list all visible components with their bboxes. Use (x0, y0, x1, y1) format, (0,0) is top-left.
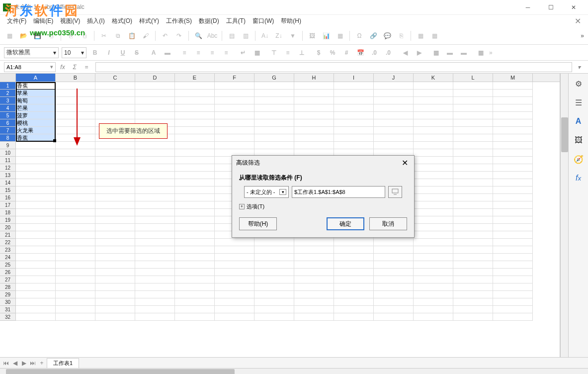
cell-D30[interactable] (135, 298, 175, 306)
cell-F28[interactable] (215, 283, 254, 291)
cell-A26[interactable] (16, 269, 56, 276)
cell-A31[interactable] (16, 306, 56, 313)
cell-C17[interactable] (95, 201, 135, 209)
cell-C22[interactable] (95, 239, 135, 246)
cell-G9[interactable] (254, 142, 294, 149)
cell-E21[interactable] (175, 231, 215, 239)
cell-B31[interactable] (56, 306, 95, 313)
cell-G26[interactable] (254, 269, 294, 276)
row-header-14[interactable]: 14 (0, 179, 16, 187)
row-header-6[interactable]: 6 (0, 119, 16, 127)
function-wizard-icon[interactable]: fx (58, 62, 68, 72)
cell-M24[interactable] (493, 254, 533, 261)
cell-I27[interactable] (334, 276, 374, 283)
cell-B23[interactable] (56, 246, 95, 254)
tab-first-icon[interactable]: ⏮ (2, 359, 10, 367)
cell-B18[interactable] (56, 209, 95, 216)
cell-M29[interactable] (493, 291, 533, 298)
menu-window[interactable]: 窗口(W) (250, 15, 277, 27)
vertical-scroll-thumb[interactable] (561, 117, 568, 152)
formula-input[interactable] (95, 62, 572, 72)
cell-L14[interactable] (453, 179, 493, 187)
cell-F29[interactable] (215, 291, 254, 298)
cell-F31[interactable] (215, 306, 254, 313)
headers-footers-icon[interactable]: ⎘ (396, 30, 407, 41)
cell-C23[interactable] (95, 246, 135, 254)
navigator-icon[interactable]: 🧭 (573, 153, 585, 165)
cell-C9[interactable] (95, 142, 135, 149)
cell-F27[interactable] (215, 276, 254, 283)
cell-E11[interactable] (175, 157, 215, 164)
maximize-button[interactable]: ☐ (539, 0, 562, 15)
cell-F22[interactable] (215, 239, 254, 246)
cell-C31[interactable] (95, 306, 135, 313)
column-header-B[interactable]: B (56, 74, 95, 82)
cell-M28[interactable] (493, 283, 533, 291)
cell-K23[interactable] (414, 246, 453, 254)
cell-M26[interactable] (493, 269, 533, 276)
cell-C4[interactable] (95, 104, 135, 112)
cell-K1[interactable] (414, 82, 453, 90)
cell-B4[interactable] (56, 104, 95, 112)
column-header-M[interactable]: M (493, 74, 533, 82)
cell-M1[interactable] (493, 82, 533, 90)
cell-D18[interactable] (135, 209, 175, 216)
cell-J24[interactable] (374, 254, 414, 261)
cell-K12[interactable] (414, 164, 453, 172)
cell-A16[interactable] (16, 194, 56, 201)
cell-C14[interactable] (95, 179, 135, 187)
cell-C15[interactable] (95, 187, 135, 194)
row-header-7[interactable]: 7 (0, 127, 16, 134)
dialog-titlebar[interactable]: 高级筛选 ✕ (232, 156, 414, 170)
cell-A11[interactable] (16, 157, 56, 164)
cell-M30[interactable] (493, 298, 533, 306)
tab-add-icon[interactable]: + (38, 359, 46, 367)
cell-L6[interactable] (453, 119, 493, 127)
cell-J1[interactable] (374, 82, 414, 90)
cell-I23[interactable] (334, 246, 374, 254)
dialog-close-icon[interactable]: ✕ (400, 158, 410, 168)
column-header-J[interactable]: J (374, 74, 414, 82)
menu-sheet[interactable]: 工作表(S) (163, 15, 195, 27)
row-header-26[interactable]: 26 (0, 269, 16, 276)
cell-K26[interactable] (414, 269, 453, 276)
cell-F24[interactable] (215, 254, 254, 261)
cell-C26[interactable] (95, 269, 135, 276)
cell-J3[interactable] (374, 97, 414, 104)
split-icon[interactable]: ▦ (429, 30, 440, 41)
cell-B28[interactable] (56, 283, 95, 291)
cell-D14[interactable] (135, 179, 175, 187)
column-header-F[interactable]: F (215, 74, 254, 82)
cell-D31[interactable] (135, 306, 175, 313)
percent-icon[interactable]: % (327, 47, 338, 58)
cell-C32[interactable] (95, 313, 135, 321)
menu-insert[interactable]: 插入(I) (84, 15, 107, 27)
cell-J23[interactable] (374, 246, 414, 254)
cell-L32[interactable] (453, 313, 493, 321)
copy-icon[interactable]: ⧉ (112, 30, 123, 41)
row-header-17[interactable]: 17 (0, 201, 16, 209)
cell-D25[interactable] (135, 261, 175, 269)
properties-icon[interactable]: ⚙ (573, 78, 585, 90)
gallery-icon[interactable]: 🖼 (573, 134, 585, 146)
cell-I24[interactable] (334, 254, 374, 261)
cell-C2[interactable] (95, 90, 135, 97)
cell-J22[interactable] (374, 239, 414, 246)
cell-E1[interactable] (175, 82, 215, 90)
toolbar-more-icon[interactable]: » (581, 32, 584, 39)
cell-L28[interactable] (453, 283, 493, 291)
cell-H2[interactable] (294, 90, 334, 97)
cell-E8[interactable] (175, 134, 215, 142)
sort-desc-icon[interactable]: Z↓ (273, 30, 284, 41)
cell-A8[interactable]: 香蕉 (16, 134, 56, 142)
cell-G8[interactable] (254, 134, 294, 142)
cell-G32[interactable] (254, 313, 294, 321)
hyperlink-icon[interactable]: 🔗 (368, 30, 379, 41)
cell-I9[interactable] (334, 142, 374, 149)
autofilter-icon[interactable]: ▼ (287, 30, 298, 41)
cell-D28[interactable] (135, 283, 175, 291)
row-header-24[interactable]: 24 (0, 254, 16, 261)
cell-B9[interactable] (56, 142, 95, 149)
cell-E7[interactable] (175, 127, 215, 134)
row-header-2[interactable]: 2 (0, 90, 16, 97)
